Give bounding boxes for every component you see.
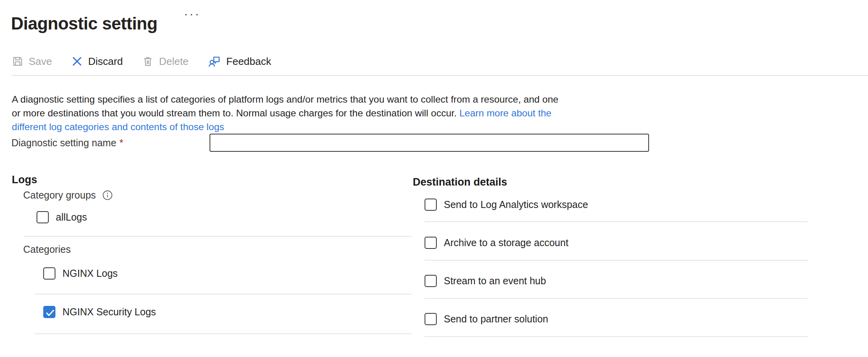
page-description: A diagnostic setting specifies a list of… — [12, 92, 564, 134]
storage-account-checkbox[interactable] — [425, 237, 437, 249]
log-analytics-checkbox[interactable] — [425, 199, 437, 211]
nginx-security-logs-label[interactable]: NGINX Security Logs — [63, 306, 156, 318]
page-title: Diagnostic setting — [11, 14, 157, 33]
partner-solution-checkbox[interactable] — [425, 313, 437, 325]
nginx-security-logs-checkbox[interactable] — [43, 306, 55, 318]
divider — [425, 260, 808, 261]
alllogs-label[interactable]: allLogs — [56, 212, 87, 223]
required-asterisk: * — [120, 137, 123, 148]
delete-icon — [142, 55, 154, 67]
name-label-text: Diagnostic setting name — [11, 137, 116, 148]
checkbox-row-log-analytics[interactable]: Send to Log Analytics workspace — [425, 199, 588, 211]
discard-button[interactable]: Discard — [71, 55, 123, 68]
checkmark-icon — [44, 307, 56, 319]
divider — [425, 336, 808, 337]
feedback-icon — [208, 55, 221, 68]
checkbox-row-storage-account[interactable]: Archive to a storage account — [425, 237, 568, 249]
checkbox-row-event-hub[interactable]: Stream to an event hub — [425, 275, 546, 287]
divider — [425, 221, 808, 222]
more-options-button[interactable]: ··· — [184, 8, 200, 20]
event-hub-checkbox[interactable] — [425, 275, 437, 287]
categories-label-text: Categories — [23, 244, 71, 255]
feedback-label: Feedback — [226, 55, 271, 68]
partner-solution-label[interactable]: Send to partner solution — [444, 313, 548, 325]
diagnostic-setting-name-input[interactable] — [210, 134, 649, 152]
diagnostic-setting-name-label: Diagnostic setting name* — [11, 137, 123, 149]
alllogs-checkbox[interactable] — [37, 211, 49, 223]
event-hub-label[interactable]: Stream to an event hub — [444, 275, 546, 287]
divider — [24, 236, 412, 237]
toolbar-divider — [12, 75, 868, 76]
save-button[interactable]: Save — [12, 55, 52, 68]
command-bar: Save Discard Delete — [12, 52, 291, 71]
save-icon — [12, 55, 24, 67]
logs-section-heading: Logs — [12, 174, 37, 186]
save-label: Save — [29, 55, 52, 68]
delete-button[interactable]: Delete — [142, 55, 188, 68]
category-groups-label-text: Category groups — [23, 190, 96, 201]
divider — [425, 298, 808, 299]
storage-account-label[interactable]: Archive to a storage account — [444, 237, 568, 248]
checkbox-row-alllogs[interactable]: allLogs — [37, 211, 87, 223]
category-groups-label: Category groups — [23, 190, 113, 201]
info-icon[interactable] — [102, 190, 113, 201]
feedback-button[interactable]: Feedback — [208, 55, 271, 68]
discard-icon — [71, 55, 83, 67]
log-analytics-label[interactable]: Send to Log Analytics workspace — [444, 199, 588, 210]
delete-label: Delete — [159, 55, 188, 68]
checkbox-row-nginx-logs[interactable]: NGINX Logs — [43, 267, 118, 280]
checkbox-row-partner-solution[interactable]: Send to partner solution — [425, 313, 548, 325]
divider — [35, 333, 412, 334]
nginx-logs-label[interactable]: NGINX Logs — [63, 268, 118, 279]
destination-details-heading: Destination details — [413, 176, 507, 188]
discard-label: Discard — [88, 55, 123, 68]
checkbox-row-nginx-security-logs[interactable]: NGINX Security Logs — [43, 306, 156, 318]
divider — [35, 294, 412, 294]
nginx-logs-checkbox[interactable] — [43, 267, 55, 280]
categories-label: Categories — [23, 244, 71, 255]
